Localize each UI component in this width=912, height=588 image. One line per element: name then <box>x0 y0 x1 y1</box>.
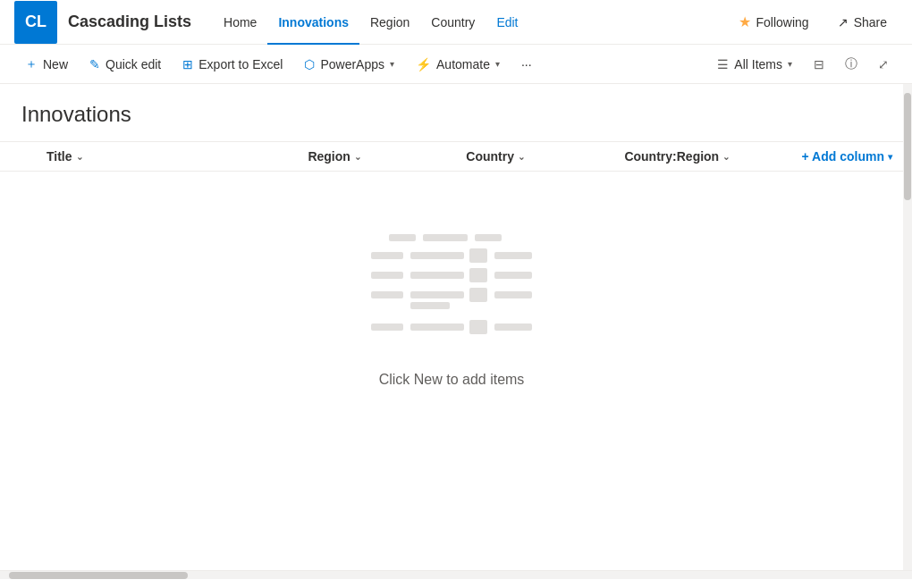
toolbar: ＋ New ✎ Quick edit ⊞ Export to Excel ⬡ P… <box>0 45 912 84</box>
nav-item-innovations[interactable]: Innovations <box>267 0 359 45</box>
logo-initials: CL <box>25 13 46 31</box>
export-label: Export to Excel <box>198 57 283 71</box>
title-sort-icon: ⌄ <box>76 152 83 162</box>
page-title: Innovations <box>0 84 903 141</box>
expand-button[interactable]: ⤢ <box>869 50 898 79</box>
add-column-chevron-icon: ▾ <box>888 152 892 162</box>
list-table: Title ⌄ Region ⌄ Country ⌄ <box>0 141 903 441</box>
region-sort-icon: ⌄ <box>354 152 361 162</box>
svg-rect-16 <box>371 323 403 331</box>
new-icon: ＋ <box>25 56 38 72</box>
nav-item-region[interactable]: Region <box>359 0 420 45</box>
empty-state: Click New to add items <box>0 172 903 441</box>
content-area: Innovations Title ⌄ Region ⌄ <box>0 84 903 570</box>
svg-rect-11 <box>371 291 403 298</box>
vertical-scrollbar-thumb[interactable] <box>904 93 911 200</box>
share-button[interactable]: ↗ Share <box>827 10 898 35</box>
col-header-region[interactable]: Region ⌄ <box>297 142 455 172</box>
toolbar-right: ☰ All Items ▾ ⊟ ⓘ ⤢ <box>708 45 898 84</box>
svg-rect-6 <box>494 252 532 259</box>
filter-icon: ⊟ <box>814 57 824 71</box>
svg-rect-2 <box>475 234 502 241</box>
expand-icon: ⤢ <box>878 57 889 71</box>
empty-illustration <box>362 225 541 350</box>
all-items-label: All Items <box>734 57 782 71</box>
svg-rect-13 <box>410 302 450 309</box>
svg-rect-4 <box>410 252 464 259</box>
new-button[interactable]: ＋ New <box>14 45 79 84</box>
powerapps-label: PowerApps <box>320 57 384 71</box>
view-lines-icon: ☰ <box>717 57 729 71</box>
nav-item-home[interactable]: Home <box>213 0 267 45</box>
star-icon: ★ <box>739 13 751 30</box>
col-header-country[interactable]: Country ⌄ <box>455 142 613 172</box>
quick-edit-label: Quick edit <box>106 57 161 71</box>
table-header-row: Title ⌄ Region ⌄ Country ⌄ <box>0 142 903 172</box>
automate-chevron-icon: ▾ <box>495 59 500 69</box>
info-button[interactable]: ⓘ <box>837 50 866 79</box>
filter-button[interactable]: ⊟ <box>805 50 833 79</box>
col-header-add[interactable]: + Add column ▾ <box>791 142 903 172</box>
svg-rect-18 <box>469 320 487 334</box>
app-title: Cascading Lists <box>68 13 191 31</box>
country-sort-icon: ⌄ <box>518 152 525 162</box>
automate-label: Automate <box>436 57 490 71</box>
info-icon: ⓘ <box>845 56 857 72</box>
powerapps-chevron-icon: ▾ <box>390 59 394 69</box>
main-container: Innovations Title ⌄ Region ⌄ <box>0 84 912 570</box>
export-icon: ⊞ <box>182 57 193 71</box>
nav-item-country[interactable]: Country <box>420 0 486 45</box>
svg-rect-17 <box>410 323 464 331</box>
powerapps-icon: ⬡ <box>304 57 315 71</box>
all-items-chevron-icon: ▾ <box>788 59 792 69</box>
add-column-label: + Add column <box>802 149 884 164</box>
country-region-sort-icon: ⌄ <box>722 152 730 162</box>
more-button[interactable]: ··· <box>511 45 543 84</box>
svg-rect-12 <box>410 291 464 298</box>
share-icon: ↗ <box>838 15 849 29</box>
svg-rect-7 <box>371 272 403 279</box>
header-actions: ★ Following ↗ Share <box>728 8 899 36</box>
share-label: Share <box>854 15 887 29</box>
following-button[interactable]: ★ Following <box>728 8 820 36</box>
more-label: ··· <box>521 57 532 71</box>
quick-edit-button[interactable]: ✎ Quick edit <box>79 45 172 84</box>
export-button[interactable]: ⊞ Export to Excel <box>172 45 293 84</box>
col-header-country-region[interactable]: Country:Region ⌄ <box>613 142 790 172</box>
horizontal-scrollbar-thumb[interactable] <box>9 572 188 579</box>
col-header-title[interactable]: Title ⌄ <box>0 142 297 172</box>
svg-rect-5 <box>469 248 487 263</box>
svg-rect-0 <box>389 234 416 241</box>
svg-rect-10 <box>494 272 532 279</box>
add-column-button[interactable]: + Add column ▾ <box>802 149 892 164</box>
svg-rect-8 <box>410 272 464 279</box>
nav-item-edit[interactable]: Edit <box>486 0 528 45</box>
empty-state-message: Click New to add items <box>379 372 525 388</box>
svg-rect-19 <box>494 323 532 331</box>
all-items-button[interactable]: ☰ All Items ▾ <box>708 45 801 84</box>
svg-rect-14 <box>469 288 487 302</box>
app-header: CL Cascading Lists Home Innovations Regi… <box>0 0 912 45</box>
svg-rect-15 <box>494 291 532 298</box>
powerapps-button[interactable]: ⬡ PowerApps ▾ <box>293 45 405 84</box>
edit-icon: ✎ <box>89 57 100 71</box>
new-label: New <box>43 57 68 71</box>
automate-button[interactable]: ⚡ Automate ▾ <box>405 45 511 84</box>
svg-rect-1 <box>423 234 468 241</box>
vertical-scrollbar[interactable] <box>903 84 912 570</box>
horizontal-scrollbar[interactable] <box>0 570 912 579</box>
following-label: Following <box>756 15 809 29</box>
app-logo: CL <box>14 1 57 44</box>
header-nav: Home Innovations Region Country Edit <box>213 0 727 45</box>
svg-rect-9 <box>469 268 487 282</box>
svg-rect-3 <box>371 252 403 259</box>
automate-icon: ⚡ <box>416 57 431 71</box>
